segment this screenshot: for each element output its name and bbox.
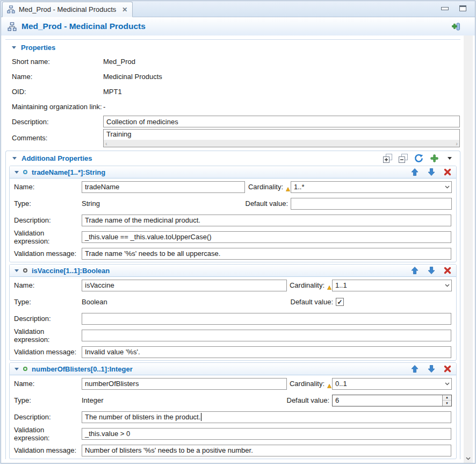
chevron-down-icon — [445, 185, 450, 189]
form-body: Properties Short name: Med_Prod Name: Me… — [1, 35, 475, 463]
description-input[interactable] — [82, 313, 451, 325]
comments-input[interactable]: Training ‹ › — [103, 129, 460, 147]
field-name: Name: Medicinal Products — [5, 69, 460, 84]
warning-decoration-icon — [327, 384, 331, 388]
field-description: Description: Collection of medicines — [5, 114, 460, 129]
cardinality-select[interactable]: 0..1 — [332, 378, 452, 390]
validation-message-label: Validation message: — [14, 249, 82, 258]
field-org-link: Maintaining organization link: - — [5, 99, 460, 114]
spinner-up-icon[interactable]: ▲ — [443, 395, 451, 401]
additional-properties-header[interactable]: Additional Properties — [6, 151, 460, 166]
validation-expression-label: Validation expression: — [14, 229, 82, 245]
default-value-checkbox[interactable]: ✓ — [336, 298, 344, 306]
maximize-icon[interactable] — [459, 5, 466, 11]
collapse-triangle-icon[interactable] — [15, 368, 19, 370]
description-label: Description: — [12, 118, 103, 126]
editor-window: Med_Prod - Medicinal Products ✕ Med_Prod… — [1, 1, 475, 463]
expand-all-icon[interactable] — [383, 154, 392, 163]
collapse-triangle-icon[interactable] — [12, 157, 17, 160]
move-down-icon[interactable] — [427, 168, 436, 176]
comments-label: Comments: — [12, 129, 103, 142]
name-value: Medicinal Products — [103, 73, 162, 81]
field-short-name: Short name: Med_Prod — [5, 54, 460, 69]
comments-hscrollbar[interactable]: ‹ › — [104, 140, 459, 147]
name-label: Name: — [14, 281, 82, 289]
field-comments: Comments: Training ‹ › — [5, 129, 460, 147]
description-input[interactable]: Collection of medicines — [103, 116, 460, 127]
move-up-icon[interactable] — [410, 266, 419, 275]
type-value: String — [82, 199, 100, 208]
property-header[interactable]: numberOfBlisters[0..1]:Integer — [10, 363, 456, 375]
form-heading: Med_Prod - Medicinal Products — [1, 17, 475, 35]
default-value-label: Default value: — [291, 298, 334, 306]
name-label: Name: — [12, 73, 103, 81]
add-menu-chevron-icon[interactable] — [445, 154, 455, 163]
collapse-triangle-icon[interactable] — [15, 269, 19, 272]
cardinality-select[interactable]: 1..1 — [332, 280, 452, 291]
status-dot-icon — [23, 268, 27, 273]
checkmark-icon: ✓ — [337, 298, 342, 306]
type-label: Type: — [14, 199, 82, 208]
validation-expression-input[interactable] — [82, 330, 451, 341]
validation-expression-input[interactable]: _this.value == _this.value.toUpperCase() — [82, 231, 451, 243]
text-cursor — [201, 413, 201, 421]
validation-expression-input[interactable]: _this.value > 0 — [82, 428, 451, 440]
type-label: Type: — [14, 298, 82, 306]
refresh-icon[interactable] — [414, 154, 423, 163]
scroll-right-icon[interactable]: › — [456, 141, 458, 146]
collapse-triangle-icon[interactable] — [15, 171, 19, 174]
scroll-left-icon[interactable]: ‹ — [105, 141, 107, 146]
properties-header[interactable]: Properties — [5, 41, 460, 54]
property-title: tradeName[1..*]:String — [32, 168, 105, 176]
description-input[interactable]: The number of blisters in the product. — [82, 411, 451, 423]
org-link-value: - — [103, 103, 105, 111]
name-input[interactable]: tradeName — [82, 181, 245, 193]
add-property-icon[interactable] — [429, 154, 439, 163]
validation-message-input[interactable]: Number of blisters '%s' needs to be a po… — [82, 445, 451, 456]
property-title: isVaccine[1..1]:Boolean — [32, 267, 110, 275]
hierarchy-icon — [8, 22, 17, 31]
move-up-icon[interactable] — [410, 168, 419, 176]
scrollbar-down-icon[interactable] — [466, 457, 471, 460]
editor-tab[interactable]: Med_Prod - Medicinal Products ✕ — [2, 2, 133, 17]
type-value: Boolean — [82, 298, 107, 306]
status-dot-icon — [23, 367, 27, 371]
tab-close-icon[interactable]: ✕ — [122, 6, 127, 13]
validation-message-input[interactable]: Trade name '%s' needs to be all uppercas… — [82, 248, 451, 260]
vertical-scrollbar[interactable] — [464, 35, 473, 463]
validation-message-input[interactable]: Invalid value '%s'. — [82, 346, 451, 358]
default-value-spinner[interactable]: 6 ▲ ▼ — [332, 395, 452, 406]
hierarchy-icon — [7, 5, 15, 13]
chevron-down-icon — [445, 284, 450, 287]
name-input[interactable]: numberOfBlisters — [82, 378, 287, 390]
section-properties: Properties Short name: Med_Prod Name: Me… — [5, 39, 460, 147]
property-header[interactable]: isVaccine[1..1]:Boolean — [10, 265, 456, 277]
cardinality-label: Cardinality: — [248, 183, 283, 191]
description-input[interactable]: Trade name of the medicinal product. — [82, 215, 451, 226]
property-box-isvaccine: isVaccine[1..1]:Boolean Nam — [9, 264, 457, 361]
property-header[interactable]: tradeName[1..*]:String — [10, 166, 456, 179]
spinner-down-icon[interactable]: ▼ — [443, 401, 451, 406]
oid-label: OID: — [12, 88, 103, 96]
section-title: Additional Properties — [21, 154, 92, 162]
minimize-icon[interactable] — [441, 7, 449, 10]
collapse-all-icon[interactable] — [398, 154, 408, 163]
additional-toolbar — [383, 154, 455, 163]
short-name-value: Med_Prod — [103, 58, 135, 66]
move-down-icon[interactable] — [427, 365, 436, 373]
type-label: Type: — [14, 396, 82, 404]
tab-title: Med_Prod - Medicinal Products — [19, 5, 116, 13]
page-title: Med_Prod - Medicinal Products — [21, 22, 146, 31]
move-up-icon[interactable] — [410, 365, 419, 373]
cardinality-select[interactable]: 1..* — [291, 181, 452, 193]
delete-icon[interactable] — [444, 168, 451, 176]
name-input[interactable]: isVaccine — [82, 280, 287, 291]
delete-icon[interactable] — [444, 267, 451, 274]
default-value-input[interactable] — [291, 198, 452, 210]
name-label: Name: — [14, 380, 82, 388]
move-down-icon[interactable] — [427, 266, 436, 275]
validation-message-label: Validation message: — [14, 348, 82, 356]
delete-icon[interactable] — [444, 365, 451, 373]
add-page-icon[interactable] — [451, 22, 461, 31]
collapse-triangle-icon[interactable] — [12, 46, 16, 49]
